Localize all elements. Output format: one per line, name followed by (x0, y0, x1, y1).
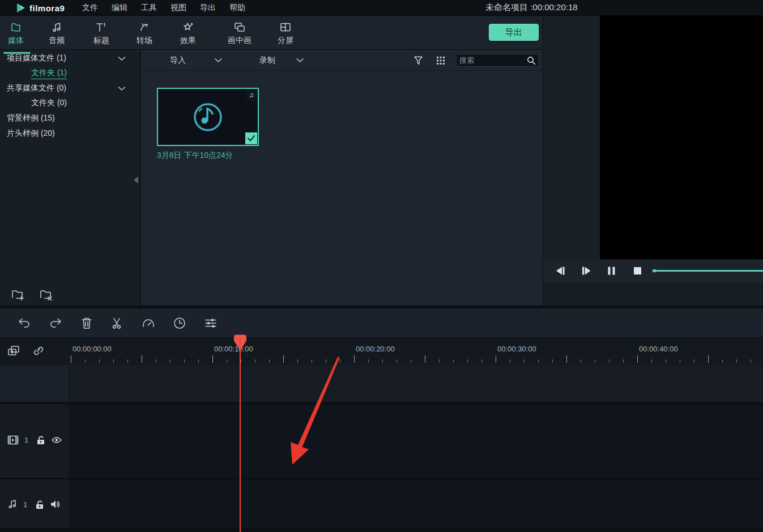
transition-icon (139, 22, 150, 33)
adjust-sliders-icon[interactable] (204, 317, 218, 329)
chevron-down-icon[interactable] (118, 87, 126, 91)
sidebar-item-shared-media[interactable]: 共享媒体文件 (0) (7, 83, 66, 95)
timeline-bottom-strip (0, 528, 763, 532)
play-button[interactable] (581, 266, 592, 276)
playhead-line[interactable] (240, 338, 241, 532)
filter-icon[interactable] (414, 55, 423, 66)
search-icon[interactable] (527, 56, 536, 65)
audio-track-header: 1 (0, 479, 70, 528)
sidebar-collapse-handle[interactable] (134, 177, 138, 183)
upper-band-header (0, 365, 70, 402)
audio-track-icon (7, 499, 18, 509)
video-track-visibility-eye-icon[interactable] (51, 436, 62, 444)
tab-audio[interactable]: 音频 (42, 20, 71, 48)
search-input[interactable] (459, 55, 525, 66)
record-chevron-icon[interactable] (296, 58, 304, 63)
ruler-label-20: 00:00:20:00 (356, 345, 395, 353)
ruler-label-30: 00:00:30:00 (497, 345, 536, 353)
app-logo: filmora9 (16, 3, 65, 13)
ruler-label-40: 00:00:40:00 (639, 345, 678, 353)
grid-view-icon[interactable] (436, 56, 445, 65)
sidebar-item-folder-1[interactable]: 文件夹 (1) (31, 68, 67, 79)
video-track[interactable]: 1 (0, 403, 763, 477)
menu-tools[interactable]: 工具 (141, 3, 157, 13)
video-preview-screen (600, 16, 763, 259)
video-track-lock-icon[interactable] (36, 435, 45, 445)
media-browser-panel: 导入 录制 ♫ 3月8日 下午10点24分 (141, 50, 543, 306)
speed-icon[interactable] (142, 317, 155, 329)
timeline-toolbar (0, 308, 763, 338)
menu-help[interactable]: 帮助 (229, 3, 245, 13)
library-tab-bar: 媒体 音频 标题 转场 效果 画中画 分屏 导出 (0, 16, 543, 50)
delete-folder-icon[interactable] (39, 288, 53, 301)
timeline-ruler[interactable]: 00:00:00:00 00:00:10:00 00:00:20:00 00:0… (70, 338, 763, 365)
video-track-header: 1 (0, 404, 70, 477)
audio-track-lock-icon[interactable] (35, 500, 44, 509)
import-button[interactable]: 导入 (170, 55, 186, 66)
folder-icon (10, 22, 22, 33)
tab-media[interactable]: 媒体 (1, 20, 31, 48)
menu-edit[interactable]: 编辑 (112, 3, 127, 13)
add-track-icon[interactable] (7, 345, 20, 357)
project-title-timecode: 未命名项目 :00:00:20:18 (485, 2, 578, 13)
redo-icon[interactable] (49, 317, 62, 329)
title-T-icon (95, 22, 108, 33)
sidebar-item-project-media[interactable]: 项目媒体文件 (1) (7, 53, 66, 65)
media-panel-toolbar: 导入 录制 (141, 50, 543, 71)
sidebar-item-sample-intros[interactable]: 片头样例 (20) (7, 128, 55, 140)
preview-bottom-strip (543, 283, 763, 306)
audio-track-mute-speaker-icon[interactable] (50, 500, 61, 509)
tab-split-screen[interactable]: 分屏 (271, 20, 300, 48)
audio-thumbnail-icon (189, 98, 227, 136)
audio-track-number: 1 (23, 500, 27, 509)
link-icon[interactable] (32, 345, 45, 357)
tab-effects[interactable]: 效果 (173, 20, 203, 48)
import-chevron-icon[interactable] (215, 58, 222, 63)
ruler-label-0: 00:00:00:00 (73, 345, 112, 353)
split-scissors-icon[interactable] (111, 317, 123, 329)
preview-panel (543, 16, 763, 306)
chevron-down-icon[interactable] (118, 57, 126, 61)
timeline-ruler-row: 00:00:00:00 00:00:10:00 00:00:20:00 00:0… (0, 338, 763, 365)
audio-type-badge-icon: ♫ (246, 89, 257, 101)
tab-titles[interactable]: 标题 (87, 20, 116, 48)
picture-in-picture-icon (233, 22, 246, 33)
menu-bar: filmora9 文件 编辑 工具 视图 导出 帮助 未命名项目 :00:00:… (0, 0, 763, 16)
timeline-upper-band (0, 365, 763, 402)
media-library-sidebar: 项目媒体文件 (1) 文件夹 (1) 共享媒体文件 (0) 文件夹 (0) 背景… (0, 50, 140, 306)
preview-progress-line[interactable] (653, 270, 763, 272)
audio-track[interactable]: 1 ♪ 3月8日 下午10点24分 (0, 478, 763, 528)
add-folder-icon[interactable] (10, 288, 25, 301)
video-track-number: 1 (24, 436, 28, 444)
sidebar-item-folder-0[interactable]: 文件夹 (0) (31, 98, 67, 109)
active-tab-underline (3, 52, 31, 54)
effects-star-icon (182, 22, 194, 33)
split-screen-icon (279, 22, 292, 33)
stop-button[interactable] (633, 266, 642, 276)
tab-transitions[interactable]: 转场 (130, 20, 159, 48)
export-button[interactable]: 导出 (489, 24, 539, 41)
media-item-audio-clip[interactable]: ♫ (157, 88, 259, 146)
playback-controls (543, 259, 763, 283)
search-box (456, 54, 539, 67)
record-button[interactable]: 录制 (259, 55, 275, 66)
sidebar-item-sample-backgrounds[interactable]: 背景样例 (15) (7, 113, 55, 125)
previous-frame-button[interactable] (555, 266, 566, 276)
menu-export[interactable]: 导出 (200, 3, 216, 13)
delete-icon[interactable] (81, 317, 92, 329)
menu-file[interactable]: 文件 (82, 3, 98, 13)
filmora-logo-icon (16, 3, 26, 13)
music-note-icon (51, 22, 62, 33)
brand-name: filmora9 (29, 3, 65, 13)
video-track-icon (7, 435, 19, 445)
duration-clock-icon[interactable] (173, 317, 186, 329)
tab-pip[interactable]: 画中画 (220, 20, 259, 48)
media-item-caption: 3月8日 下午10点24分 (157, 151, 233, 161)
undo-icon[interactable] (18, 317, 31, 329)
timeline-panel: 00:00:00:00 00:00:10:00 00:00:20:00 00:0… (0, 306, 763, 532)
pause-button[interactable] (607, 266, 616, 276)
menu-view[interactable]: 视图 (170, 3, 186, 13)
used-in-timeline-check-icon (245, 132, 257, 144)
